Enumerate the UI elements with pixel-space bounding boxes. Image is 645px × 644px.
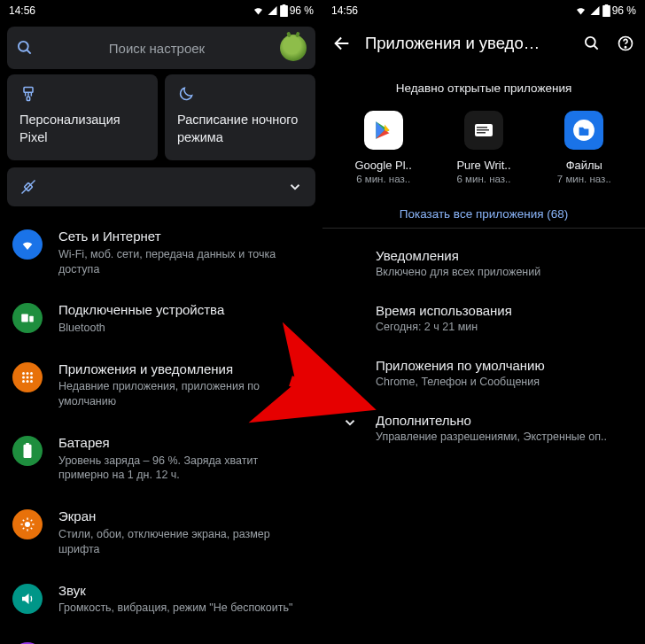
row-title: Батарея <box>58 434 308 452</box>
row-apps-notifications[interactable]: Приложения и уведомления Недавние прилож… <box>0 348 322 422</box>
wifi-icon <box>574 5 587 16</box>
svg-point-2 <box>19 42 28 51</box>
row-subtitle: Управление разрешениями, Экстренные оп.. <box>376 431 627 443</box>
svg-rect-8 <box>27 97 29 100</box>
settings-list: Сеть и Интернет Wi-Fi, моб. сети, переда… <box>0 215 322 644</box>
svg-point-15 <box>30 372 33 375</box>
svg-point-18 <box>30 376 33 378</box>
display-icon <box>12 509 43 539</box>
row-notifications[interactable]: Уведомления Включено для всех приложений <box>322 236 645 291</box>
status-time: 14:56 <box>331 4 358 17</box>
svg-point-24 <box>25 522 30 527</box>
row-title: Приложения и уведомления <box>58 361 308 378</box>
svg-rect-45 <box>477 132 486 134</box>
svg-line-30 <box>31 528 33 530</box>
settings-sublist: Уведомления Включено для всех приложений… <box>322 236 645 455</box>
chevron-down-icon <box>342 415 358 431</box>
svg-rect-12 <box>29 316 34 322</box>
svg-point-14 <box>27 372 29 375</box>
row-screen-time[interactable]: Время использования Сегодня: 2 ч 21 мин <box>322 291 645 345</box>
status-icons: 96 % <box>252 4 314 17</box>
row-subtitle: Недавние приложения, приложения по умолч… <box>58 379 308 409</box>
tile-personalization[interactable]: Персонализация Pixel <box>7 74 158 160</box>
row-title: Подключенные устройства <box>58 301 308 319</box>
search-icon <box>16 39 34 57</box>
app-time: 6 мин. наз.. <box>339 174 428 184</box>
svg-point-21 <box>30 380 33 383</box>
row-battery[interactable]: Батарея Уровень заряда – 96 %. Заряда хв… <box>0 422 322 495</box>
svg-rect-23 <box>26 443 29 446</box>
app-name: Pure Writ.. <box>439 159 528 172</box>
search-placeholder: Поиск настроек <box>34 41 280 56</box>
divider <box>322 228 645 229</box>
devices-icon <box>12 303 43 333</box>
quick-bar[interactable] <box>7 167 315 206</box>
row-advanced[interactable]: Дополнительно Управление разрешениями, Э… <box>322 400 645 455</box>
battery-icon <box>12 436 43 466</box>
row-subtitle: Громкость, вибрация, режим "Не беспокоит… <box>58 601 308 616</box>
svg-line-31 <box>23 528 25 530</box>
show-all-apps[interactable]: Показать все приложения (68) <box>322 207 645 221</box>
apps-icon <box>12 362 43 392</box>
signal-icon <box>589 5 601 16</box>
battery-icon <box>602 4 610 17</box>
row-subtitle: Wi-Fi, моб. сети, передача данных и точк… <box>58 247 308 277</box>
recent-app-googleplay[interactable]: Google Pl.. 6 мин. наз.. <box>339 111 428 184</box>
row-storage[interactable]: Хранилище <box>0 628 322 644</box>
row-title: Приложения по умолчанию <box>376 358 627 373</box>
recent-app-files[interactable]: Файлы 7 мин. наз.. <box>540 111 628 184</box>
recent-apps-title: Недавно открытые приложения <box>322 81 645 95</box>
row-subtitle: Уровень заряда – 96 %. Заряда хватит при… <box>58 454 308 484</box>
page-title: Приложения и уведо… <box>365 34 569 53</box>
row-subtitle: Bluetooth <box>58 321 308 336</box>
row-title: Дополнительно <box>376 413 627 428</box>
app-bar: Приложения и уведо… <box>322 21 645 66</box>
status-bar: 14:56 96 % <box>0 0 322 21</box>
avatar[interactable] <box>280 35 307 61</box>
row-subtitle: Стили, обои, отключение экрана, размер ш… <box>58 527 308 557</box>
brush-icon <box>19 85 145 103</box>
svg-line-3 <box>27 50 31 54</box>
row-subtitle: Включено для всех приложений <box>376 266 627 278</box>
svg-rect-43 <box>477 127 487 128</box>
row-title: Звук <box>58 582 308 600</box>
satellite-off-icon <box>19 178 37 196</box>
status-time: 14:56 <box>9 4 35 17</box>
row-subtitle: Chrome, Телефон и Сообщения <box>376 376 627 388</box>
svg-point-13 <box>22 372 25 375</box>
svg-point-17 <box>27 376 29 378</box>
row-default-apps[interactable]: Приложения по умолчанию Chrome, Телефон … <box>322 345 645 400</box>
svg-line-39 <box>594 46 598 50</box>
svg-rect-35 <box>602 5 610 17</box>
svg-line-32 <box>31 520 33 522</box>
tile-night-schedule[interactable]: Расписание ночного режима <box>165 74 315 160</box>
svg-point-38 <box>586 37 595 47</box>
row-connected-devices[interactable]: Подключенные устройства Bluetooth <box>0 289 322 347</box>
recent-app-purewriter[interactable]: Pure Writ.. 6 мин. наз.. <box>439 111 528 184</box>
files-icon <box>564 111 603 150</box>
moon-icon <box>177 85 303 103</box>
row-subtitle: Сегодня: 2 ч 21 мин <box>376 321 627 333</box>
row-sound[interactable]: Звук Громкость, вибрация, режим "Не бесп… <box>0 570 322 628</box>
back-button[interactable] <box>331 34 353 53</box>
svg-rect-36 <box>604 4 608 6</box>
pure-writer-icon <box>464 111 503 150</box>
help-button[interactable] <box>615 35 636 52</box>
wifi-icon <box>252 5 265 16</box>
search-settings[interactable]: Поиск настроек <box>7 27 315 69</box>
svg-line-29 <box>23 520 25 522</box>
tile-label: Персонализация Pixel <box>19 112 145 146</box>
svg-rect-1 <box>282 4 285 6</box>
app-time: 6 мин. наз.. <box>439 174 528 184</box>
settings-main-screen: 14:56 96 % Поиск настроек Персонализация… <box>0 0 322 644</box>
battery-percent: 96 % <box>290 4 314 17</box>
battery-icon <box>280 4 288 17</box>
search-button[interactable] <box>581 35 602 52</box>
svg-point-20 <box>27 380 29 383</box>
status-icons: 96 % <box>574 4 636 17</box>
app-name: Файлы <box>540 159 628 172</box>
row-display[interactable]: Экран Стили, обои, отключение экрана, ра… <box>0 495 322 569</box>
row-title: Уведомления <box>376 248 627 263</box>
chevron-down-icon <box>287 179 303 195</box>
row-network[interactable]: Сеть и Интернет Wi-Fi, моб. сети, переда… <box>0 215 322 289</box>
